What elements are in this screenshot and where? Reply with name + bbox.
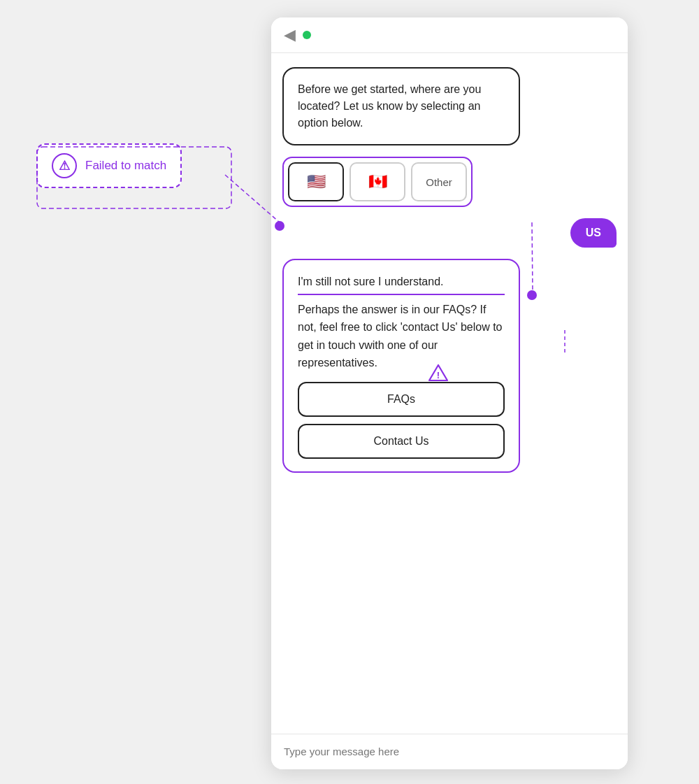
contact-us-button[interactable]: Contact Us <box>298 424 505 459</box>
chat-body: Before we get started, where are you loc… <box>271 53 628 734</box>
message-input[interactable] <box>284 746 615 757</box>
bot-message-body-text: Perhaps the answer is in our FAQs? If no… <box>298 304 502 369</box>
faqs-button[interactable]: FAQs <box>298 382 505 417</box>
connector-dot-right <box>527 290 537 300</box>
user-bubble-us: US <box>570 218 617 248</box>
back-button[interactable]: ◀ <box>284 27 296 43</box>
warning-circle-icon: ⚠ <box>52 153 77 178</box>
failed-to-match-annotation: ⚠ Failed to match <box>36 143 182 188</box>
bot-message-location-text: Before we get started, where are you loc… <box>298 83 481 129</box>
connector-dot-left <box>275 221 284 231</box>
ca-flag-icon: 🇨🇦 <box>368 173 387 191</box>
floating-warning-icon: ! <box>426 360 451 385</box>
warning-highlight-text: I'm still not sure I understand. <box>298 273 505 295</box>
bot-bubble-location: Before we get started, where are you loc… <box>282 67 520 145</box>
chat-header: ◀ <box>271 17 628 53</box>
chat-window: ◀ Before we get started, where are you l… <box>271 17 628 769</box>
status-indicator <box>303 31 311 39</box>
user-reply-text: US <box>586 227 601 238</box>
ca-option-button[interactable]: 🇨🇦 <box>350 162 405 201</box>
location-options-row: 🇺🇸 🇨🇦 Other <box>282 157 473 207</box>
other-option-button[interactable]: Other <box>411 162 467 201</box>
chat-footer <box>271 734 628 769</box>
us-option-button[interactable]: 🇺🇸 <box>288 162 344 201</box>
us-flag-icon: 🇺🇸 <box>307 173 326 191</box>
other-option-label: Other <box>426 176 452 188</box>
svg-text:!: ! <box>437 370 440 380</box>
failed-to-match-label: Failed to match <box>85 159 166 173</box>
bot-bubble-warning: I'm still not sure I understand. Perhaps… <box>282 259 520 473</box>
